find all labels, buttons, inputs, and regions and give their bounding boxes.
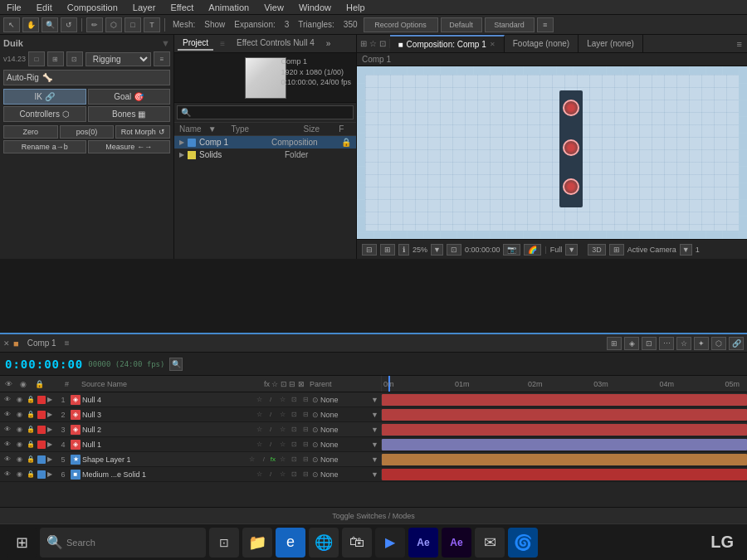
chrome-btn[interactable]: 🌐 <box>309 528 339 558</box>
start-btn[interactable]: ⊞ <box>7 528 37 558</box>
bones-btn[interactable]: Bones ▦ <box>88 106 171 122</box>
project-item-solids[interactable]: ▶ Solids Folder <box>174 149 356 161</box>
switch-5-0[interactable]: ⊟ <box>300 396 310 403</box>
timeline-menu-icon[interactable]: ≡ <box>65 338 70 348</box>
menu-layer[interactable]: Layer <box>129 2 159 12</box>
parent-dropdown-2[interactable]: ▼ <box>371 426 378 434</box>
menu-effect[interactable]: Effect <box>167 2 197 12</box>
switch-anchor-2[interactable]: ☆ <box>254 426 264 433</box>
layer-row[interactable]: 👁 ◉ 🔒 ▶ 1 ◈ Null 4 ☆ / ☆ ⊡ ⊟ ⊙ No <box>0 392 747 407</box>
menu-animation[interactable]: Animation <box>205 2 252 12</box>
menu-icon[interactable]: ≡ <box>537 17 554 32</box>
comp-icon-1[interactable]: ≡ <box>737 39 742 49</box>
layer-vis-4[interactable]: 👁 <box>2 455 12 463</box>
switch-vis-1[interactable]: / <box>266 411 276 418</box>
menu-composition[interactable]: Composition <box>64 2 121 12</box>
layer-lock-3[interactable]: 🔒 <box>26 441 36 448</box>
switch-3-3[interactable]: ☆ <box>277 441 287 448</box>
timeline-tool-4[interactable]: ⋯ <box>659 337 674 350</box>
duik-module-dropdown[interactable]: Rigging <box>85 52 151 66</box>
layer-expand-5[interactable]: ▶ <box>47 470 56 478</box>
switch-3-1[interactable]: ☆ <box>277 411 287 418</box>
parent-dropdown-1[interactable]: ▼ <box>371 411 378 419</box>
switch-5-1[interactable]: ⊟ <box>300 411 310 418</box>
snap-btn[interactable]: ⊞ <box>380 244 395 256</box>
layer-vis-1[interactable]: 👁 <box>2 411 12 418</box>
rename-btn[interactable]: Rename a→b <box>3 140 86 153</box>
timeline-tool-7[interactable]: ⬡ <box>711 337 726 350</box>
layer-row[interactable]: 👁 ◉ 🔒 ▶ 2 ◈ Null 3 ☆ / ☆ ⊡ ⊟ ⊙ No <box>0 407 747 422</box>
switch-vis-5[interactable]: / <box>266 470 276 478</box>
standard-btn[interactable]: Standard <box>485 17 535 32</box>
3d-btn[interactable]: 3D <box>588 244 606 256</box>
timeline-tool-1[interactable]: ⊞ <box>607 337 622 350</box>
layer-solo-4[interactable]: ◉ <box>14 455 24 463</box>
zero-btn[interactable]: Zero <box>3 125 58 139</box>
timeline-tool-3[interactable]: ⊡ <box>642 337 657 350</box>
switch-anchor-1[interactable]: ☆ <box>254 411 264 418</box>
hand-tool[interactable]: ✋ <box>22 17 39 32</box>
layer-expand-3[interactable]: ▶ <box>47 441 56 448</box>
layer-row[interactable]: 👁 ◉ 🔒 ▶ 4 ◈ Null 1 ☆ / ☆ ⊡ ⊟ ⊙ No <box>0 437 747 452</box>
panel-expand-icon[interactable]: » <box>326 39 331 48</box>
layer-vis-0[interactable]: 👁 <box>2 396 12 403</box>
project-search-input[interactable] <box>177 105 354 119</box>
media-btn[interactable]: ▶ <box>375 528 405 558</box>
ae-btn2[interactable]: Ae <box>442 528 471 558</box>
switch-vis-2[interactable]: / <box>266 426 276 433</box>
layer-solo-0[interactable]: ◉ <box>14 396 24 403</box>
ik-btn[interactable]: IK 🔗 <box>3 89 86 105</box>
task-view-btn[interactable]: ⊡ <box>209 528 239 558</box>
timeline-search-btn[interactable]: 🔍 <box>169 358 183 371</box>
layer-lock-4[interactable]: 🔒 <box>26 455 36 463</box>
switch-5-5[interactable]: ⊟ <box>300 470 310 478</box>
info-btn[interactable]: ℹ <box>398 244 409 256</box>
switch-5-4[interactable]: ⊟ <box>300 455 310 463</box>
rotate-tool[interactable]: ↺ <box>61 17 77 32</box>
layer-vis-2[interactable]: 👁 <box>2 426 12 433</box>
camera-dropdown[interactable]: ▼ <box>680 244 692 256</box>
auto-rig-btn[interactable]: Auto-Rig 🦴 <box>3 70 170 85</box>
switch-4-4[interactable]: ⊡ <box>289 455 299 463</box>
switch-4-1[interactable]: ⊡ <box>289 411 299 418</box>
rot-morph-btn[interactable]: Rot Morph ↺ <box>115 125 170 139</box>
store-btn[interactable]: 🛍 <box>342 528 372 558</box>
timeline-comp-label[interactable]: Comp 1 <box>22 338 61 348</box>
search-taskbar-btn[interactable]: 🔍 Search <box>40 528 206 558</box>
layer-solo-1[interactable]: ◉ <box>14 411 24 418</box>
frame-btn[interactable]: ⊡ <box>447 244 461 256</box>
layer-row[interactable]: 👁 ◉ 🔒 ▶ 5 ★ Shape Layer 1 ☆ / fx ☆ ⊡ ⊟ ⊙ <box>0 452 747 467</box>
switch-5-2[interactable]: ⊟ <box>300 426 310 433</box>
layer-expand-1[interactable]: ▶ <box>47 411 56 418</box>
text-tool[interactable]: T <box>144 17 160 32</box>
switch-anchor-5[interactable]: ☆ <box>254 470 264 478</box>
switch-vis-4[interactable]: / <box>259 455 269 463</box>
layer-row[interactable]: 👁 ◉ 🔒 ▶ 6 ■ Medium ...e Solid 1 ☆ / ☆ ⊡ … <box>0 467 747 482</box>
menu-window[interactable]: Window <box>295 2 334 12</box>
switch-3-0[interactable]: ☆ <box>277 396 287 403</box>
zoom-tool[interactable]: 🔍 <box>42 17 58 32</box>
shape-tool[interactable]: □ <box>124 17 141 32</box>
layer-lock-2[interactable]: 🔒 <box>26 426 36 433</box>
file-explorer-btn[interactable]: 📁 <box>242 528 272 558</box>
switch-anchor-0[interactable]: ☆ <box>254 396 264 403</box>
layer-vis-3[interactable]: 👁 <box>2 441 12 448</box>
tab-footage[interactable]: Footage (none) <box>505 35 579 52</box>
goal-btn[interactable]: Goal 🎯 <box>88 89 171 105</box>
switch-4-5[interactable]: ⊡ <box>289 470 299 478</box>
timeline-tool-6[interactable]: ✦ <box>694 337 709 350</box>
layer-lock-0[interactable]: 🔒 <box>26 396 36 403</box>
switch-4-3[interactable]: ⊡ <box>289 441 299 448</box>
layer-solo-2[interactable]: ◉ <box>14 426 24 433</box>
timeline-tool-8[interactable]: 🔗 <box>729 337 744 350</box>
timeline-close[interactable]: ✕ <box>3 339 10 348</box>
parent-dropdown-5[interactable]: ▼ <box>371 470 378 479</box>
parent-dropdown-4[interactable]: ▼ <box>371 455 378 464</box>
switch-4-0[interactable]: ⊡ <box>289 396 299 403</box>
layer-vis-5[interactable]: 👁 <box>2 470 12 478</box>
project-item-comp1[interactable]: ▶ Comp 1 Composition 🔒 <box>174 136 356 149</box>
browser-btn[interactable]: 🌀 <box>508 528 538 558</box>
parent-dropdown-0[interactable]: ▼ <box>371 396 378 404</box>
zoom-dropdown[interactable]: ▼ <box>431 244 443 256</box>
timeline-tool-5[interactable]: ☆ <box>676 337 691 350</box>
